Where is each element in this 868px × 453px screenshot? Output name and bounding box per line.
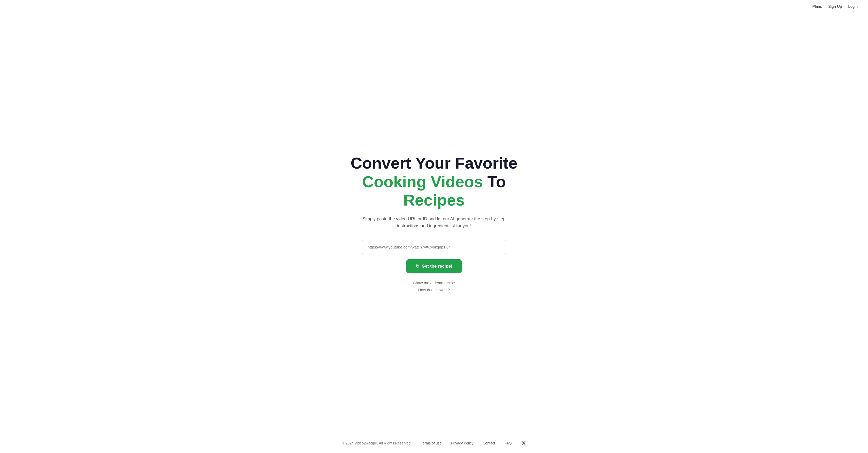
secondary-links: Show me a demo recipe How does it work? (413, 281, 455, 292)
how-it-works-link[interactable]: How does it work? (418, 287, 450, 292)
footer-contact-link[interactable]: Contact (483, 441, 495, 445)
footer-copyright: © 2024 Video2Recipe. All Rights Reserved… (342, 441, 411, 445)
get-recipe-button[interactable]: ↻ Get the recipe! (406, 259, 462, 273)
title-to: To (488, 173, 506, 191)
url-input[interactable] (362, 240, 506, 254)
twitter-icon (521, 441, 526, 446)
footer-privacy-link[interactable]: Privacy Policy (451, 441, 473, 445)
footer-terms-link[interactable]: Terms of use (421, 441, 441, 445)
site-header: Plans Sign Up Login (0, 0, 868, 13)
site-footer: © 2024 Video2Recipe. All Rights Reserved… (0, 433, 868, 453)
refresh-icon: ↻ (416, 263, 420, 269)
hero-title: Convert Your Favorite Cooking Videos To … (344, 154, 524, 209)
footer-faq-link[interactable]: FAQ (504, 441, 512, 445)
get-recipe-label: Get the recipe! (422, 264, 452, 269)
hero-subtitle: Simply paste the video URL or ID and let… (359, 216, 509, 229)
title-line2: Cooking Videos To Recipes (344, 172, 524, 209)
nav-plans[interactable]: Plans (812, 4, 822, 8)
title-line1: Convert Your Favorite (344, 154, 524, 172)
main-content: Convert Your Favorite Cooking Videos To … (0, 13, 868, 433)
demo-recipe-link[interactable]: Show me a demo recipe (413, 281, 455, 285)
twitter-link[interactable] (521, 441, 526, 446)
title-recipes: Recipes (403, 191, 465, 209)
url-input-container (362, 240, 506, 254)
nav-login[interactable]: Login (848, 4, 858, 8)
title-cooking-videos: Cooking Videos (362, 173, 483, 191)
nav-signup[interactable]: Sign Up (828, 4, 842, 8)
